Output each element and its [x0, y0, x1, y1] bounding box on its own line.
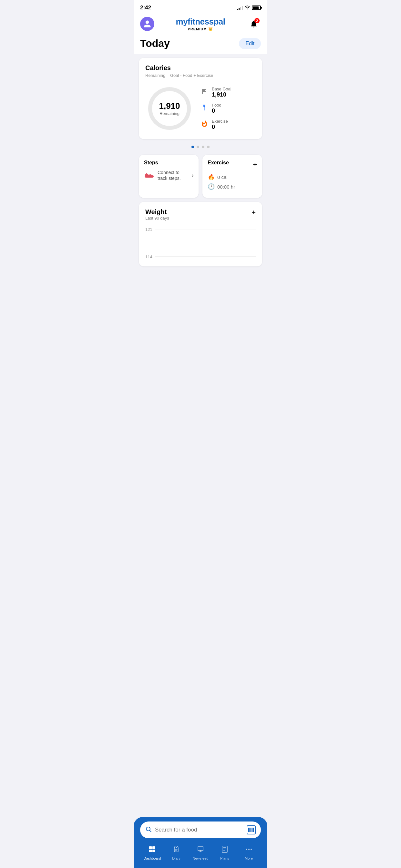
crown-icon: 👑 — [208, 27, 213, 31]
exercise-card: Exercise + 🔥 0 cal 🕐 00:00 hr — [203, 155, 262, 198]
weight-title: Weight — [145, 208, 169, 216]
exercise-cal-text: 0 cal — [217, 175, 227, 180]
notification-button[interactable]: 2 — [247, 17, 261, 31]
steps-card: Steps Connect to track steps. › — [139, 155, 198, 198]
steps-connect-text: Connect to track steps. — [158, 169, 189, 181]
exercise-clock-icon: 🕐 — [208, 183, 215, 190]
ring-text: 1,910 Remaining — [159, 101, 180, 116]
flag-stat-icon — [200, 87, 209, 96]
chart-top-line — [155, 229, 256, 230]
fork-stat-icon — [200, 103, 209, 112]
exercise-add-button[interactable]: + — [253, 160, 257, 169]
exercise-value: 0 — [212, 124, 228, 130]
wifi-icon — [245, 5, 250, 11]
calories-card: Calories Remaining = Goal - Food + Exerc… — [139, 58, 262, 139]
page-header: Today Edit — [134, 35, 267, 54]
edit-button[interactable]: Edit — [239, 38, 261, 49]
calories-remaining-value: 1,910 — [159, 101, 180, 111]
base-goal-value: 1,910 — [212, 91, 232, 98]
calories-body: 1,910 Remaining Base Goal 1,910 — [145, 84, 256, 133]
exercise-time-row: 🕐 00:00 hr — [208, 183, 257, 190]
logo-container: myfitnesspal PREMIUM 👑 — [176, 17, 225, 31]
weight-header: Weight Last 90 days + — [145, 208, 256, 221]
dot-3[interactable] — [202, 146, 204, 148]
chart-bottom-line — [155, 256, 256, 257]
status-icons — [237, 5, 261, 11]
premium-badge: PREMIUM 👑 — [176, 27, 225, 31]
dot-4[interactable] — [207, 146, 210, 148]
main-content: Calories Remaining = Goal - Food + Exerc… — [134, 54, 267, 326]
status-time: 2:42 — [140, 4, 151, 11]
avatar[interactable] — [140, 17, 154, 31]
notification-badge: 2 — [254, 18, 259, 23]
weight-card: Weight Last 90 days + 121 114 — [139, 202, 262, 267]
status-bar: 2:42 — [134, 0, 267, 13]
calories-subtitle: Remaining = Goal - Food + Exercise — [145, 73, 256, 78]
exercise-time-text: 00:00 hr — [217, 184, 235, 190]
exercise-fire-icon: 🔥 — [208, 174, 215, 181]
weight-add-button[interactable]: + — [251, 208, 256, 217]
food-label: Food — [212, 103, 221, 107]
user-icon — [143, 20, 151, 28]
steps-title: Steps — [144, 160, 193, 166]
exercise-cal-row: 🔥 0 cal — [208, 174, 257, 181]
base-goal-label: Base Goal — [212, 87, 232, 91]
chart-label-bottom: 114 — [145, 254, 152, 259]
weight-subtitle: Last 90 days — [145, 216, 169, 221]
steps-exercise-row: Steps Connect to track steps. › Exercise… — [139, 155, 262, 198]
weight-chart: 121 114 — [145, 227, 256, 259]
calories-stats: Base Goal 1,910 Food 0 — [200, 87, 256, 130]
calories-ring: 1,910 Remaining — [145, 84, 194, 133]
steps-arrow-icon: › — [192, 173, 193, 178]
logo-text: myfitnesspal — [176, 17, 225, 27]
shoe-icon — [144, 170, 154, 181]
app-header: myfitnesspal PREMIUM 👑 2 — [134, 13, 267, 35]
dot-2[interactable] — [197, 146, 199, 148]
signal-icon — [237, 5, 243, 10]
food-row: Food 0 — [200, 103, 256, 114]
fire-stat-icon — [200, 120, 209, 128]
steps-content[interactable]: Connect to track steps. › — [144, 169, 193, 181]
calories-title: Calories — [145, 64, 256, 72]
dot-1[interactable] — [191, 146, 194, 148]
chart-label-top: 121 — [145, 227, 152, 232]
carousel-dots — [139, 143, 262, 151]
exercise-title: Exercise — [208, 160, 229, 166]
exercise-label: Exercise — [212, 119, 228, 124]
exercise-calories-row: Exercise 0 — [200, 119, 256, 130]
svg-rect-1 — [202, 89, 203, 94]
battery-icon — [252, 5, 261, 10]
food-value: 0 — [212, 107, 221, 114]
base-goal-row: Base Goal 1,910 — [200, 87, 256, 98]
page-title: Today — [140, 37, 170, 50]
calories-remaining-label: Remaining — [159, 111, 180, 116]
exercise-card-header: Exercise + — [208, 160, 257, 169]
